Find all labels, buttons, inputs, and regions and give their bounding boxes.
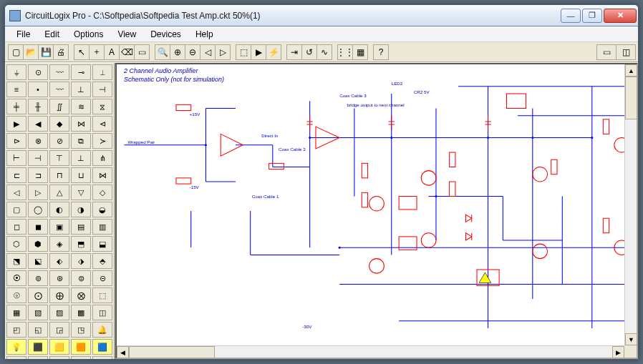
palette-component-18[interactable]: ⋈ <box>71 116 91 132</box>
palette-component-17[interactable]: ◆ <box>49 116 69 132</box>
palette-component-22[interactable]: ⊘ <box>49 133 69 149</box>
palette-component-10[interactable]: ╪ <box>6 99 26 114</box>
palette-component-72[interactable]: ▨ <box>49 305 69 320</box>
palette-component-75[interactable]: ◰ <box>6 322 26 338</box>
palette-component-48[interactable]: ▤ <box>71 219 91 235</box>
palette-component-11[interactable]: ╫ <box>28 99 48 114</box>
menu-file[interactable]: File <box>9 26 37 41</box>
palette-component-68[interactable]: ⨂ <box>71 287 91 303</box>
palette-component-59[interactable]: ⬘ <box>92 253 112 269</box>
palette-component-58[interactable]: ⬗ <box>71 253 91 269</box>
trace-tool[interactable]: ∿ <box>316 44 332 60</box>
palette-component-25[interactable]: ⊢ <box>6 150 26 166</box>
scroll-thumb-vertical[interactable] <box>625 77 637 119</box>
palette-component-88[interactable]: ≡ <box>71 356 91 359</box>
rotate-right[interactable]: ▷ <box>215 44 231 60</box>
palette-component-16[interactable]: ◀ <box>28 116 48 132</box>
palette-component-15[interactable]: ▶ <box>6 116 26 132</box>
palette-component-14[interactable]: ⧖ <box>92 99 112 114</box>
name-tool[interactable]: ▭ <box>134 44 150 60</box>
palette-component-61[interactable]: ⊚ <box>28 270 48 286</box>
menu-view[interactable]: View <box>110 26 143 41</box>
palette-component-35[interactable]: ◁ <box>6 185 26 200</box>
palette-component-36[interactable]: ▷ <box>28 185 48 200</box>
palette-component-37[interactable]: △ <box>49 185 69 200</box>
text-tool[interactable]: A <box>104 44 120 60</box>
macro-tool[interactable]: ⬚ <box>236 44 251 60</box>
palette-component-13[interactable]: ≋ <box>71 99 91 114</box>
scrollbar-vertical[interactable]: ▲ ▼ <box>624 64 637 345</box>
palette-component-56[interactable]: ⬕ <box>28 253 48 269</box>
palette-component-40[interactable]: ▢ <box>6 202 26 217</box>
snap-tool[interactable]: ⋮⋮ <box>337 44 353 60</box>
scroll-thumb-horizontal[interactable] <box>129 346 215 358</box>
reset-tool[interactable]: ↺ <box>301 44 317 60</box>
board-view[interactable]: ◫ <box>616 44 636 60</box>
palette-component-81[interactable]: ⬛ <box>28 339 48 355</box>
palette-component-0[interactable]: ⏚ <box>6 64 26 80</box>
scroll-right-button[interactable]: ▶ <box>612 346 624 358</box>
palette-component-54[interactable]: ⬓ <box>92 236 112 252</box>
titlebar[interactable]: CircuitLogix Pro - C:\Softpedia\Softpedi… <box>5 5 638 26</box>
palette-component-73[interactable]: ▩ <box>71 305 91 320</box>
palette-component-57[interactable]: ⬖ <box>49 253 69 269</box>
run-sim[interactable]: ▶ <box>251 44 266 60</box>
palette-component-27[interactable]: ⊤ <box>49 150 69 166</box>
palette-component-78[interactable]: ◳ <box>71 322 91 338</box>
palette-component-55[interactable]: ⬔ <box>6 253 26 269</box>
palette-component-49[interactable]: ▥ <box>92 219 112 235</box>
palette-component-42[interactable]: ◐ <box>49 202 69 217</box>
palette-component-70[interactable]: ▦ <box>6 305 26 320</box>
maximize-button[interactable]: ❐ <box>582 9 602 23</box>
palette-component-28[interactable]: ⊥ <box>71 150 91 166</box>
palette-component-23[interactable]: ⧉ <box>71 133 91 149</box>
save-file[interactable]: 💾 <box>38 44 54 60</box>
palette-component-29[interactable]: ⋔ <box>92 150 112 166</box>
palette-component-80[interactable]: 💡 <box>6 339 26 355</box>
menu-help[interactable]: Help <box>188 26 221 41</box>
scrollbar-horizontal[interactable]: ◀ ▶ <box>117 345 624 358</box>
palette-component-43[interactable]: ◑ <box>71 202 91 217</box>
palette-component-53[interactable]: ⬒ <box>71 236 91 252</box>
menu-edit[interactable]: Edit <box>37 26 67 41</box>
palette-component-9[interactable]: ⊣ <box>92 82 112 97</box>
zoom-in[interactable]: ⊕ <box>170 44 185 60</box>
zoom-tool[interactable]: 🔍 <box>155 44 170 60</box>
step-tool[interactable]: ⇥ <box>286 44 302 60</box>
palette-component-77[interactable]: ◲ <box>49 322 69 338</box>
palette-component-38[interactable]: ▽ <box>71 185 91 200</box>
arrow-tool[interactable]: ↖ <box>74 44 90 60</box>
palette-component-66[interactable]: ⨀ <box>28 287 48 303</box>
probe-tool[interactable]: ⚡ <box>266 44 281 60</box>
erase-tool[interactable]: ⌫ <box>119 44 135 60</box>
palette-component-47[interactable]: ▣ <box>49 219 69 235</box>
menu-devices[interactable]: Devices <box>143 26 188 41</box>
palette-component-8[interactable]: ⊥ <box>71 82 91 97</box>
palette-component-32[interactable]: ⊓ <box>49 167 69 183</box>
palette-component-39[interactable]: ◇ <box>92 185 112 200</box>
palette-component-7[interactable]: 〰 <box>49 82 69 97</box>
palette-component-34[interactable]: ⋈ <box>92 167 112 183</box>
palette-component-64[interactable]: ⊝ <box>92 270 112 286</box>
palette-component-63[interactable]: ⊜ <box>71 270 91 286</box>
rotate-left[interactable]: ◁ <box>200 44 216 60</box>
palette-component-76[interactable]: ◱ <box>28 322 48 338</box>
menu-options[interactable]: Options <box>67 26 110 41</box>
palette-component-60[interactable]: ⦿ <box>6 270 26 286</box>
palette-component-12[interactable]: ∬ <box>49 99 69 114</box>
palette-component-67[interactable]: ⨁ <box>49 287 69 303</box>
minimize-button[interactable]: — <box>561 9 581 23</box>
palette-component-33[interactable]: ⊔ <box>71 167 91 183</box>
palette-component-50[interactable]: ⬡ <box>6 236 26 252</box>
palette-component-52[interactable]: ◈ <box>49 236 69 252</box>
palette-component-2[interactable]: 〰 <box>49 64 69 80</box>
palette-component-26[interactable]: ⊣ <box>28 150 48 166</box>
schematic-canvas[interactable]: Wrapped Pair Direct In Coax Cable 2 Coax… <box>115 63 638 359</box>
palette-component-1[interactable]: ⊙ <box>28 64 48 80</box>
palette-component-3[interactable]: ⊸ <box>71 64 91 80</box>
palette-component-45[interactable]: ◻ <box>6 219 26 235</box>
display-tool[interactable]: ▦ <box>352 44 368 60</box>
palette-component-4[interactable]: ⟂ <box>92 64 112 80</box>
scroll-left-button[interactable]: ◀ <box>117 346 129 358</box>
palette-component-82[interactable]: 🟨 <box>49 339 69 355</box>
